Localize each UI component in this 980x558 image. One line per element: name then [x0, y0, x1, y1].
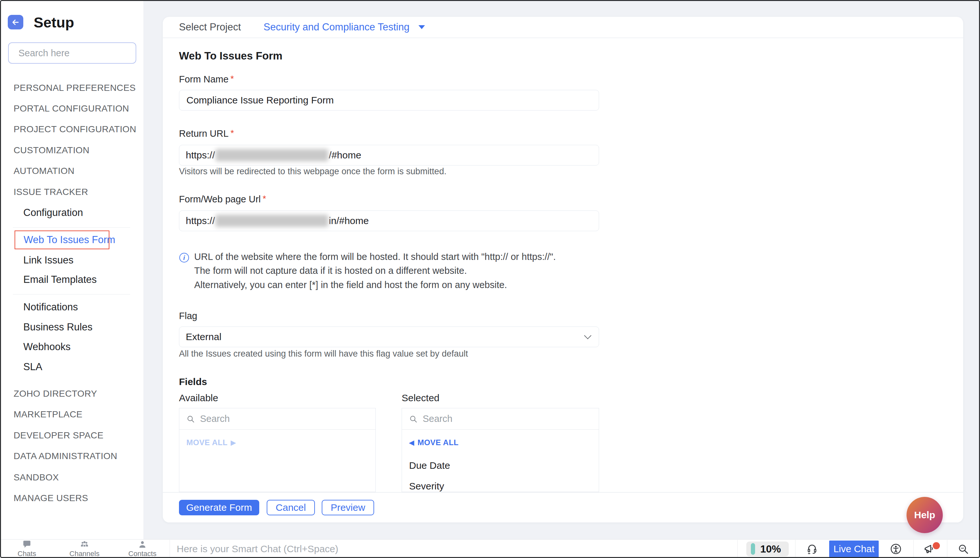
sidebar-item-sla[interactable]: SLA — [23, 361, 43, 373]
bottom-bar-divider — [947, 540, 947, 558]
sidebar-item-issue-tracker[interactable]: ISSUE TRACKER — [13, 185, 88, 199]
flag-label: Flag — [179, 311, 197, 322]
form-name-field[interactable] — [179, 90, 599, 111]
page-title: Web To Issues Form — [179, 50, 283, 62]
form-url-suffix: in/#home — [329, 215, 369, 226]
zoho-utility-bar: Chats Channels Contacts Here is your Sma… — [0, 539, 980, 558]
bottom-bar-divider — [795, 540, 796, 558]
setup-sidebar: Setup PERSONAL PREFERENCES PORTAL CONFIG… — [0, 0, 143, 539]
zoom-search-button[interactable] — [952, 540, 975, 558]
back-button[interactable] — [8, 15, 23, 30]
bottom-bar-divider — [737, 540, 738, 558]
form-name-input[interactable] — [186, 94, 592, 106]
move-all-right-button[interactable]: MOVE ALL ▶ — [186, 438, 376, 447]
project-selector-bar: Select Project Security and Compliance T… — [163, 17, 963, 38]
sidebar-item-sandbox[interactable]: SANDBOX — [13, 471, 59, 484]
accessibility-icon — [890, 543, 902, 555]
sidebar-divider — [13, 227, 130, 228]
contact-person-icon — [137, 540, 148, 549]
sidebar-search-input[interactable] — [18, 48, 141, 59]
select-project-label: Select Project — [179, 21, 241, 33]
headset-icon — [806, 543, 818, 555]
accessibility-button[interactable] — [884, 540, 907, 558]
available-column-label: Available — [179, 392, 218, 404]
sidebar-active-item-label: Web To Issues Form — [24, 234, 115, 246]
help-button[interactable]: Help — [906, 497, 943, 533]
main-content-card: Select Project Security and Compliance T… — [163, 17, 963, 522]
sidebar-item-portal-configuration[interactable]: PORTAL CONFIGURATION — [13, 102, 129, 115]
form-url-prefix: https:// — [186, 215, 215, 226]
flag-selected-value: External — [186, 332, 221, 342]
search-icon — [186, 415, 195, 423]
form-name-label: Form Name* — [179, 74, 234, 85]
arrow-left-icon: ◀ — [409, 439, 414, 446]
arrow-left-icon — [11, 18, 20, 27]
chats-button[interactable]: Chats — [7, 540, 46, 558]
storage-meter-icon — [751, 543, 755, 555]
sidebar-item-manage-users[interactable]: MANAGE USERS — [13, 492, 88, 505]
info-icon: i — [179, 253, 189, 263]
return-url-helper: Visitors will be redirected to this webp… — [179, 166, 446, 177]
sidebar-item-configuration[interactable]: Configuration — [23, 206, 83, 219]
flag-select[interactable]: External — [179, 327, 599, 347]
selected-column-label: Selected — [402, 392, 440, 404]
project-selector[interactable]: Security and Compliance Testing — [264, 21, 409, 33]
selected-fields-box: ◀ MOVE ALL Due Date Severity — [402, 408, 599, 492]
available-fields-box: MOVE ALL ▶ — [179, 408, 376, 492]
return-url-prefix: https:// — [186, 150, 215, 161]
required-asterisk: * — [263, 194, 266, 204]
chevron-down-icon[interactable] — [418, 25, 425, 29]
redacted-url-segment — [216, 215, 328, 227]
move-all-left-button[interactable]: ◀ MOVE ALL — [409, 438, 599, 447]
sidebar-item-customization[interactable]: CUSTOMIZATION — [13, 144, 89, 157]
arrow-right-icon: ▶ — [231, 439, 236, 446]
form-actions-bar: Generate Form Cancel Preview — [163, 492, 963, 522]
generate-form-button[interactable]: Generate Form — [179, 500, 259, 515]
return-url-suffix: /#home — [329, 150, 361, 161]
support-button[interactable] — [801, 540, 824, 558]
chevron-down-icon — [584, 332, 591, 340]
sidebar-item-web-to-issues-form[interactable]: Web To Issues Form — [15, 230, 109, 249]
sidebar-item-marketplace[interactable]: MARKETPLACE — [13, 408, 82, 421]
return-url-field[interactable]: https:///#home — [179, 145, 599, 166]
sidebar-item-data-administration[interactable]: DATA ADMINISTRATION — [13, 450, 117, 463]
sidebar-title: Setup — [34, 14, 74, 31]
info-line-3: Alternatively, you can enter [*] in the … — [194, 280, 507, 290]
sidebar-item-automation[interactable]: AUTOMATION — [13, 164, 74, 177]
sidebar-item-link-issues[interactable]: Link Issues — [23, 254, 74, 267]
smart-chat-input[interactable]: Here is your Smart Chat (Ctrl+Space) — [177, 540, 695, 558]
sidebar-item-notifications[interactable]: Notifications — [23, 301, 78, 313]
sidebar-item-developer-space[interactable]: DEVELOPER SPACE — [13, 429, 104, 442]
info-line-2: The form will not capture data if it is … — [194, 266, 467, 276]
cancel-button[interactable]: Cancel — [267, 500, 315, 515]
required-asterisk: * — [231, 74, 234, 84]
selected-search-input[interactable] — [422, 413, 591, 425]
app-window: Setup PERSONAL PREFERENCES PORTAL CONFIG… — [0, 0, 980, 558]
search-icon — [409, 415, 417, 423]
available-search-box[interactable] — [179, 408, 376, 430]
flag-helper: All the Issues created using this form w… — [179, 349, 468, 359]
fields-section-title: Fields — [179, 376, 207, 387]
notification-badge — [933, 542, 940, 549]
selected-search-box[interactable] — [402, 408, 599, 430]
sidebar-item-business-rules[interactable]: Business Rules — [23, 321, 92, 334]
sidebar-item-project-configuration[interactable]: PROJECT CONFIGURATION — [13, 123, 136, 136]
selected-field-item[interactable]: Due Date — [409, 460, 599, 471]
form-url-field[interactable]: https://in/#home — [179, 210, 599, 231]
available-search-input[interactable] — [199, 413, 368, 425]
preview-button[interactable]: Preview — [322, 500, 374, 515]
channels-group-icon — [79, 540, 90, 549]
redacted-url-segment — [216, 149, 328, 161]
info-line-1: URL of the website where the form will b… — [194, 251, 556, 262]
sidebar-item-email-templates[interactable]: Email Templates — [23, 273, 97, 286]
bottom-bar-divider — [170, 540, 170, 558]
sidebar-item-personal-preferences[interactable]: PERSONAL PREFERENCES — [13, 82, 136, 94]
sidebar-item-webhooks[interactable]: Webhooks — [23, 340, 71, 353]
sidebar-item-zoho-directory[interactable]: ZOHO DIRECTORY — [13, 387, 97, 400]
sidebar-search-box[interactable] — [8, 43, 136, 64]
storage-usage-badge[interactable]: 10% — [746, 542, 789, 556]
channels-button[interactable]: Channels — [65, 540, 104, 558]
contacts-button[interactable]: Contacts — [123, 540, 162, 558]
live-chat-button[interactable]: Live Chat — [829, 540, 879, 557]
selected-field-item[interactable]: Severity — [409, 481, 599, 492]
